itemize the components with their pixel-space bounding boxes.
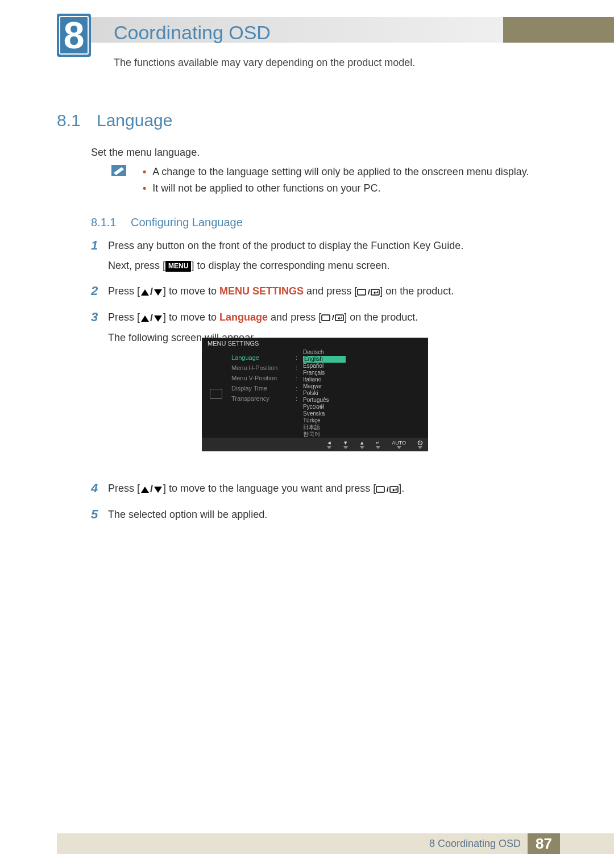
- osd-lang-option: 한국어: [303, 431, 346, 438]
- section-8-1-1-title: Configuring Language: [131, 216, 243, 229]
- step-number-3: 3: [91, 310, 108, 351]
- footer-chapter-ref: 8 Coordinating OSD: [429, 838, 528, 850]
- svg-rect-8: [390, 487, 398, 492]
- chapter-number-badge: 8: [57, 14, 91, 57]
- osd-screenshot: MENU SETTINGS Language Menu H-Position M…: [202, 338, 428, 451]
- header-accent: [503, 17, 614, 43]
- step-1: 1 Press any button on the front of the p…: [91, 239, 560, 279]
- up-down-icon: /: [140, 285, 163, 299]
- note-list: A change to the language setting will on…: [143, 166, 529, 194]
- section-8-1-1-number: 8.1.1: [91, 216, 116, 229]
- chapter-title: Coordinating OSD: [114, 22, 271, 44]
- footer-bar: 8 Coordinating OSD 87: [57, 833, 614, 854]
- osd-footer: ◄ ▼ ▲ ↵ AUTO ⏻: [202, 438, 428, 451]
- step-5-line: The selected option will be applied.: [108, 508, 560, 522]
- osd-lang-option: Magyar: [303, 383, 346, 390]
- section-8-1-body: Set the menu language.: [91, 147, 200, 159]
- osd-lang-option: Türkçe: [303, 417, 346, 424]
- note-box: A change to the language setting will on…: [111, 166, 529, 199]
- osd-menu-h-position: Menu H-Position: [231, 363, 277, 373]
- enter-return-icon: /: [321, 312, 344, 323]
- note-item-1: A change to the language setting will on…: [143, 166, 529, 178]
- top-margin: [0, 0, 614, 17]
- osd-lang-option: Deutsch: [303, 349, 346, 356]
- osd-menu-items: Language Menu H-Position Menu V-Position…: [231, 352, 277, 404]
- section-8-1-title: Language: [97, 111, 172, 130]
- osd-footer-down: ▼: [343, 440, 348, 449]
- menu-settings-label: MENU SETTINGS: [219, 285, 304, 297]
- osd-menu-language: Language: [231, 352, 277, 363]
- step-1-line-2: Next, press [MENU] to display the corres…: [108, 259, 560, 273]
- section-8-1-number: 8.1: [57, 111, 81, 130]
- osd-lang-option: Polski: [303, 390, 346, 397]
- up-down-icon: /: [140, 482, 163, 496]
- osd-lang-option: Svenska: [303, 410, 346, 417]
- language-label: Language: [219, 312, 268, 323]
- osd-language-list: DeutschEnglishEspañolFrançaisItalianoMag…: [303, 349, 346, 445]
- osd-menu-display-time: Display Time: [231, 383, 277, 393]
- step-2-line: Press [/] to move to MENU SETTINGS and p…: [108, 284, 560, 299]
- osd-lang-option: Русский: [303, 404, 346, 410]
- svg-rect-0: [358, 289, 366, 295]
- osd-category-icon: [210, 389, 222, 399]
- svg-rect-2: [371, 289, 379, 295]
- svg-rect-6: [376, 487, 384, 492]
- osd-body: Language Menu H-Position Menu V-Position…: [202, 349, 428, 440]
- svg-text:/: /: [387, 485, 389, 493]
- svg-text:/: /: [368, 288, 370, 296]
- osd-colons: :::::: [296, 352, 297, 404]
- note-item-2: It will not be applied to other function…: [143, 182, 529, 194]
- osd-menu-transparency: Transparency: [231, 393, 277, 404]
- osd-lang-option: Español: [303, 363, 346, 369]
- step-number-5: 5: [91, 508, 108, 528]
- osd-lang-option: Français: [303, 369, 346, 376]
- osd-footer-up: ▲: [359, 440, 364, 449]
- osd-lang-option: Português: [303, 397, 346, 404]
- footer-page-number: 87: [528, 833, 560, 854]
- note-icon: [111, 165, 126, 176]
- osd-header: MENU SETTINGS: [202, 338, 428, 349]
- osd-footer-back: ◄: [326, 440, 331, 449]
- step-5: 5 The selected option will be applied.: [91, 508, 560, 528]
- chapter-note: The functions available may vary dependi…: [114, 57, 415, 69]
- svg-rect-3: [322, 315, 330, 321]
- step-2: 2 Press [/] to move to MENU SETTINGS and…: [91, 284, 560, 305]
- step-number-2: 2: [91, 284, 108, 305]
- osd-footer-power: ⏻: [417, 440, 422, 449]
- enter-return-icon: /: [357, 285, 380, 297]
- step-number-4: 4: [91, 481, 108, 502]
- up-down-icon: /: [140, 311, 163, 325]
- osd-lang-option: Italiano: [303, 376, 346, 383]
- osd-lang-option: 日本語: [303, 424, 346, 431]
- osd-footer-auto: AUTO: [392, 440, 406, 449]
- menu-button-icon: MENU: [165, 261, 191, 272]
- osd-lang-option: English: [303, 356, 346, 363]
- step-3-line-1: Press [/] to move to Language and press …: [108, 310, 560, 325]
- enter-return-icon: /: [376, 483, 399, 494]
- svg-rect-5: [335, 315, 343, 321]
- step-4: 4 Press [/] to move to the language you …: [91, 481, 560, 502]
- step-4-line: Press [/] to move to the language you wa…: [108, 481, 560, 496]
- svg-text:/: /: [332, 314, 334, 322]
- osd-footer-enter: ↵: [376, 440, 380, 449]
- osd-menu-v-position: Menu V-Position: [231, 373, 277, 383]
- step-number-1: 1: [91, 239, 108, 279]
- step-1-line-1: Press any button on the front of the pro…: [108, 239, 560, 253]
